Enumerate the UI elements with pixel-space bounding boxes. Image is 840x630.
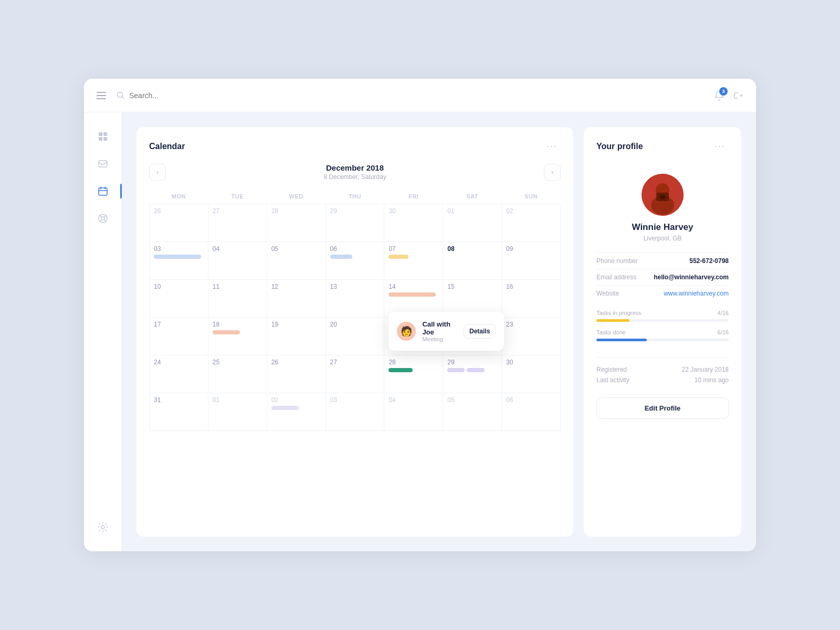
next-month-button[interactable]: › <box>544 164 561 181</box>
table-row: 05 <box>267 242 326 280</box>
table-row: 03 <box>326 393 384 431</box>
table-row: 09 <box>502 242 561 280</box>
table-row: 17 <box>150 318 208 355</box>
tasks-progress-label: Tasks in progress <box>596 310 642 316</box>
table-row: 10 <box>150 280 208 318</box>
avatar-image <box>642 174 684 216</box>
event-bar[interactable] <box>330 255 353 259</box>
registered-value: 22 January 2018 <box>682 366 729 373</box>
table-row: 11 <box>208 280 267 318</box>
topbar: 3 <box>84 79 756 112</box>
event-bar[interactable] <box>388 292 436 297</box>
sidebar-item-calendar[interactable] <box>91 180 114 203</box>
event-popup: 🧑 Call with Joe Meeting Details <box>388 312 504 351</box>
event-bar[interactable] <box>388 368 413 372</box>
table-row: 25 <box>208 355 267 393</box>
table-row: 21 🧑 Call with Joe Meeting Details <box>384 318 443 355</box>
registered-row: Registered 22 January 2018 <box>596 366 729 373</box>
col-sat: SAT <box>443 189 502 204</box>
table-row: 06 <box>502 393 561 431</box>
col-wed: WED <box>267 189 326 204</box>
logout-button[interactable] <box>733 90 743 101</box>
edit-profile-button[interactable]: Edit Profile <box>596 397 729 419</box>
support-icon <box>98 213 108 224</box>
col-mon: MON <box>150 189 208 204</box>
event-bar[interactable] <box>213 330 240 334</box>
table-row: 29 <box>443 355 502 393</box>
sidebar-item-support[interactable] <box>91 207 114 230</box>
logout-icon <box>733 90 743 101</box>
search-input[interactable] <box>129 91 714 100</box>
svg-rect-5 <box>103 137 107 141</box>
event-bar[interactable] <box>271 406 299 410</box>
profile-avatar-wrap <box>596 174 729 216</box>
table-row: 12 <box>267 280 326 318</box>
tasks-progress-fill <box>596 319 629 322</box>
event-bar[interactable] <box>154 255 201 259</box>
svg-point-10 <box>101 526 104 529</box>
calendar-more-button[interactable]: ··· <box>543 140 561 153</box>
topbar-actions: 3 <box>714 90 743 101</box>
popup-avatar: 🧑 <box>397 322 416 341</box>
profile-card-header: Your profile ··· <box>596 140 729 153</box>
tasks-done-label: Tasks done <box>596 329 626 335</box>
profile-website-row: Website www.winnieharvey.com <box>596 285 729 301</box>
tasks-progress-row: Tasks in progress 4/16 <box>596 310 729 316</box>
popup-event-type: Meeting <box>422 336 457 342</box>
table-row: 03 <box>150 242 208 280</box>
calendar-nav: ‹ December 2018 8 December, Saturday › <box>149 163 561 181</box>
date-subtitle: 8 December, Saturday <box>323 173 386 181</box>
table-row: 29 <box>326 204 384 242</box>
gear-icon <box>98 522 108 532</box>
event-bar[interactable] <box>447 368 465 372</box>
profile-email-row: Email address hello@winnieharvey.com <box>596 269 729 285</box>
last-activity-value: 10 mins ago <box>695 376 729 384</box>
website-value[interactable]: www.winnieharvey.com <box>664 290 729 297</box>
profile-phone-row: Phone number 552-672-0798 <box>596 253 729 269</box>
profile-more-button[interactable]: ··· <box>711 140 729 153</box>
table-row: 08 <box>443 242 502 280</box>
profile-location: Liverpool, GB <box>596 235 729 242</box>
table-row: 02 <box>267 393 326 431</box>
prev-month-button[interactable]: ‹ <box>149 164 166 181</box>
search-bar <box>117 91 714 100</box>
avatar <box>642 174 684 216</box>
table-row: 26 <box>150 204 208 242</box>
sidebar-item-settings[interactable] <box>91 516 114 539</box>
event-bar[interactable] <box>388 255 408 259</box>
popup-details-button[interactable]: Details <box>464 324 496 339</box>
table-row: 01 <box>443 204 502 242</box>
table-row: 27 <box>208 204 267 242</box>
svg-rect-6 <box>99 161 107 167</box>
calendar-card-header: Calendar ··· <box>149 140 561 153</box>
svg-line-1 <box>122 97 124 99</box>
svg-rect-3 <box>103 132 107 136</box>
phone-label: Phone number <box>596 257 638 265</box>
table-row: 07 <box>384 242 443 280</box>
profile-title: Your profile <box>596 142 643 151</box>
sidebar-item-mail[interactable] <box>91 152 114 175</box>
table-row: 13 <box>326 280 384 318</box>
calendar-card: Calendar ··· ‹ December 2018 8 December,… <box>136 127 573 537</box>
email-label: Email address <box>596 274 636 281</box>
event-bar[interactable] <box>467 368 484 372</box>
tasks-done-value: 6/16 <box>718 329 729 335</box>
profile-meta-section: Registered 22 January 2018 Last activity… <box>596 357 729 387</box>
notification-badge: 3 <box>719 87 728 96</box>
dashboard-icon <box>98 131 108 142</box>
popup-event-title: Call with Joe <box>422 320 457 336</box>
search-icon <box>117 91 125 100</box>
table-row: 20 <box>326 318 384 355</box>
calendar-icon <box>98 186 108 196</box>
col-tue: TUE <box>208 189 267 204</box>
progress-section: Tasks in progress 4/16 Tasks done 6/16 <box>596 310 729 349</box>
profile-name: Winnie Harvey <box>596 222 729 233</box>
profile-card: Your profile ··· <box>584 127 741 537</box>
table-row: 26 <box>267 355 326 393</box>
sidebar-item-dashboard[interactable] <box>91 125 114 148</box>
table-row: 18 <box>208 318 267 355</box>
menu-button[interactable] <box>97 92 106 99</box>
table-row: 31 <box>150 393 208 431</box>
mail-icon <box>98 159 108 169</box>
notification-button[interactable]: 3 <box>714 90 724 101</box>
